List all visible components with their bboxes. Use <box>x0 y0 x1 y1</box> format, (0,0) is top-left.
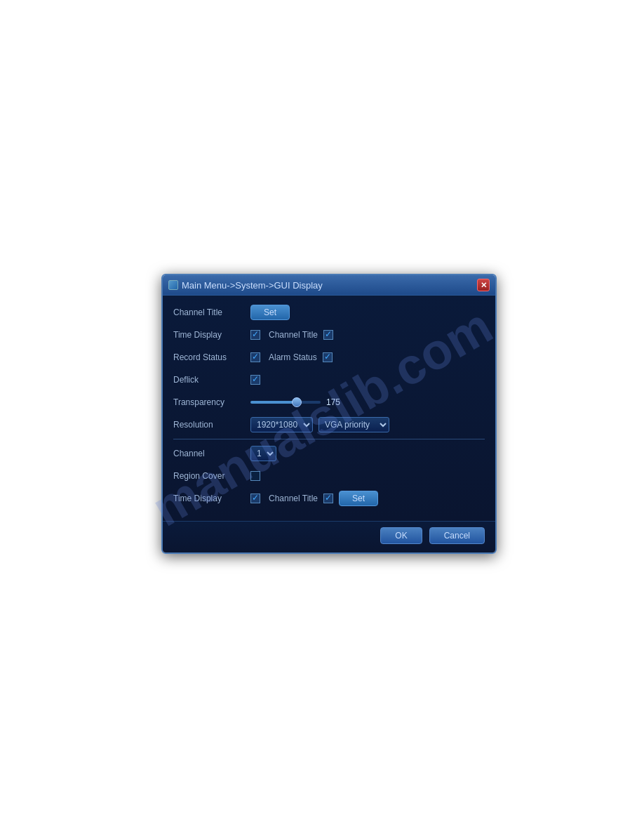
vga-priority-select[interactable]: VGA priority HDMI priority <box>318 417 389 432</box>
channel-title-checkbox[interactable] <box>323 330 333 340</box>
bottom-time-display-label: Time Display <box>173 494 250 503</box>
time-display-row: Time Display Channel Title <box>173 326 485 343</box>
channel-title-set-button[interactable]: Set <box>250 305 290 320</box>
cancel-button[interactable]: Cancel <box>429 527 485 544</box>
transparency-value: 175 <box>326 397 347 407</box>
bottom-time-display-row: Time Display Channel Title Set <box>173 490 485 507</box>
record-status-checkbox[interactable] <box>250 352 260 362</box>
time-display-checkbox[interactable] <box>250 330 260 340</box>
deflick-label: Deflick <box>173 375 250 385</box>
bottom-set-button[interactable]: Set <box>339 491 378 506</box>
transparency-label: Transparency <box>173 397 250 407</box>
section-divider <box>173 439 485 439</box>
bottom-channel-title-checkbox[interactable] <box>323 494 333 503</box>
resolution-label: Resolution <box>173 420 250 430</box>
bottom-time-display-checkbox[interactable] <box>250 494 260 503</box>
transparency-slider-container: 175 <box>250 397 347 407</box>
time-display-group: Channel Title <box>250 330 333 340</box>
resolution-group: 1920*1080 1280*720 1024*768 VGA priority… <box>250 417 389 432</box>
region-cover-checkbox[interactable] <box>250 471 260 481</box>
region-cover-label: Region Cover <box>173 471 250 481</box>
resolution-select[interactable]: 1920*1080 1280*720 1024*768 <box>250 417 313 432</box>
resolution-row: Resolution 1920*1080 1280*720 1024*768 V… <box>173 416 485 433</box>
channel-label: Channel <box>173 449 250 458</box>
deflick-checkbox[interactable] <box>250 375 260 385</box>
dialog-icon <box>168 280 178 290</box>
record-status-row: Record Status Alarm Status <box>173 349 485 366</box>
channel-row: Channel 1 2 3 4 <box>173 445 485 462</box>
channel-title-cb-label: Channel Title <box>269 330 318 340</box>
ok-button[interactable]: OK <box>380 527 422 544</box>
alarm-status-checkbox[interactable] <box>323 352 333 362</box>
channel-title-row: Channel Title Set <box>173 304 485 321</box>
channel-title-label: Channel Title <box>173 307 250 317</box>
dialog-title: Main Menu->System->GUI Display <box>182 280 323 291</box>
transparency-row: Transparency 175 <box>173 394 485 411</box>
channel-select[interactable]: 1 2 3 4 <box>250 446 276 461</box>
title-bar-left: Main Menu->System->GUI Display <box>168 280 323 291</box>
transparency-slider[interactable] <box>250 401 321 404</box>
record-status-group: Alarm Status <box>250 352 333 362</box>
record-status-label: Record Status <box>173 352 250 362</box>
alarm-status-label: Alarm Status <box>269 352 317 362</box>
time-display-label: Time Display <box>173 330 250 340</box>
region-cover-row: Region Cover <box>173 468 485 484</box>
title-bar: Main Menu->System->GUI Display ✕ <box>163 275 495 296</box>
dialog-footer: OK Cancel <box>163 521 495 552</box>
bottom-time-display-group: Channel Title Set <box>250 491 378 506</box>
bottom-channel-title-label: Channel Title <box>269 494 318 503</box>
deflick-row: Deflick <box>173 371 485 388</box>
dialog-window: Main Menu->System->GUI Display ✕ Channel… <box>161 274 497 554</box>
dialog-body: Channel Title Set Time Display Channel T… <box>163 296 495 521</box>
close-button[interactable]: ✕ <box>477 279 490 291</box>
